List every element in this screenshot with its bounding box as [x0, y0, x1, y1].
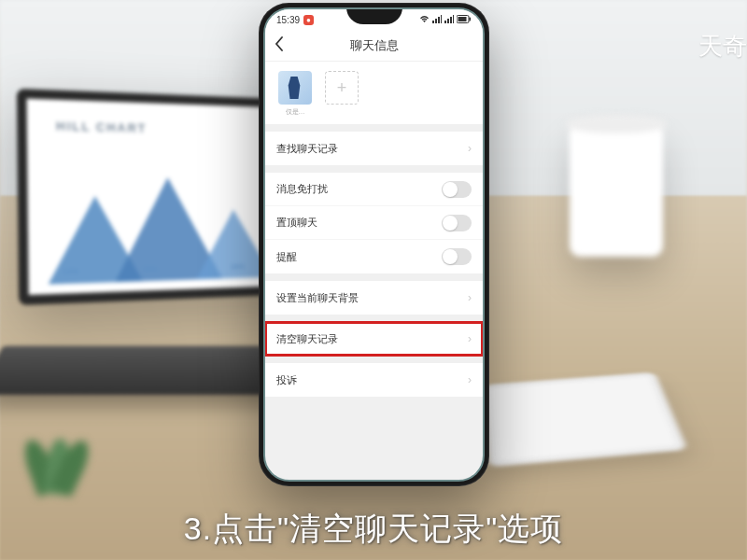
chart-title: HILL CHART — [56, 119, 147, 135]
svg-rect-4 — [444, 21, 446, 23]
chevron-right-icon: › — [468, 142, 472, 155]
notch — [346, 7, 402, 24]
svg-rect-0 — [432, 21, 434, 23]
svg-rect-5 — [447, 19, 449, 23]
svg-rect-6 — [450, 17, 452, 23]
group-clear: 清空聊天记录 › — [265, 322, 483, 356]
row-label: 清空聊天记录 — [276, 332, 468, 346]
coffee-cup — [570, 126, 663, 257]
row-label: 设置当前聊天背景 — [276, 291, 468, 305]
row-label: 置顶聊天 — [276, 216, 442, 230]
row-remind[interactable]: 提醒 — [265, 240, 483, 273]
svg-rect-7 — [453, 15, 454, 23]
svg-rect-3 — [441, 15, 442, 23]
members-section: 仅是… + — [265, 62, 483, 124]
watermark: 天奇 — [698, 30, 747, 63]
instruction-caption: 3.点击"清空聊天记录"选项 — [0, 508, 747, 551]
signal-2-icon — [444, 15, 454, 25]
group-search: 查找聊天记录 › — [265, 132, 483, 165]
group-background: 设置当前聊天背景 › — [265, 281, 483, 315]
row-report[interactable]: 投诉 › — [265, 363, 483, 397]
back-button[interactable] — [275, 36, 284, 55]
toggle-remind[interactable] — [442, 248, 472, 265]
page-title: 聊天信息 — [350, 37, 399, 54]
member-item[interactable]: 仅是… — [276, 71, 314, 117]
chevron-right-icon: › — [468, 373, 472, 386]
chevron-right-icon: › — [468, 291, 472, 304]
svg-rect-2 — [438, 17, 440, 23]
plus-icon: + — [337, 78, 347, 98]
signal-1-icon — [432, 15, 442, 25]
hill-chart: 12% 25% 38% — [47, 167, 281, 285]
row-label: 投诉 — [276, 373, 468, 387]
avatar — [278, 71, 312, 105]
status-time: 15:39 — [276, 15, 300, 25]
chevron-left-icon — [275, 36, 284, 51]
group-report: 投诉 › — [265, 363, 483, 397]
nav-header: 聊天信息 — [265, 30, 483, 62]
row-label: 消息免打扰 — [276, 182, 442, 196]
row-pin[interactable]: 置顶聊天 — [265, 206, 483, 240]
toggle-pin[interactable] — [442, 215, 472, 231]
phone-frame: 15:39 ● 聊天信息 — [259, 3, 489, 486]
row-label: 提醒 — [276, 250, 442, 264]
row-background[interactable]: 设置当前聊天背景 › — [265, 281, 483, 315]
group-notifications: 消息免打扰 置顶聊天 提醒 — [265, 173, 483, 273]
row-clear-history[interactable]: 清空聊天记录 › — [265, 322, 483, 356]
battery-icon — [457, 15, 472, 25]
recording-badge-icon: ● — [303, 15, 314, 25]
chevron-right-icon: › — [468, 332, 472, 345]
add-member-button[interactable]: + — [325, 71, 359, 105]
row-mute[interactable]: 消息免打扰 — [265, 173, 483, 206]
wifi-icon — [419, 15, 430, 25]
toggle-mute[interactable] — [442, 181, 472, 198]
member-name: 仅是… — [286, 107, 305, 117]
phone-screen: 15:39 ● 聊天信息 — [263, 7, 485, 482]
svg-rect-1 — [435, 19, 437, 23]
svg-rect-10 — [470, 17, 472, 21]
row-label: 查找聊天记录 — [276, 142, 468, 156]
row-search-history[interactable]: 查找聊天记录 › — [265, 132, 483, 165]
svg-rect-9 — [458, 17, 467, 21]
